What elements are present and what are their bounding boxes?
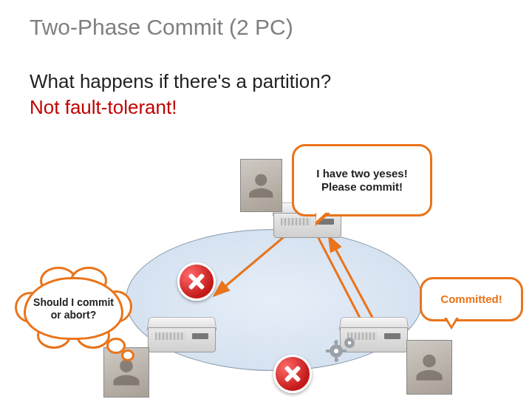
- slide-root: Two-Phase Commit (2 PC) What happens if …: [0, 0, 532, 399]
- slide-subtitle-2: Not fault-tolerant!: [30, 96, 177, 119]
- thought-bubble-abort: Should I commit or abort?: [24, 277, 123, 340]
- slide-title: Two-Phase Commit (2 PC): [30, 15, 293, 40]
- server-participant-left: [148, 321, 214, 366]
- partition-break-icon: [177, 262, 216, 301]
- speech-text: I have two yeses! Please commit!: [316, 167, 407, 193]
- svg-point-12: [348, 341, 352, 345]
- speech-bubble-committed: Committed!: [420, 277, 523, 321]
- thought-text: Should I commit or abort?: [24, 277, 123, 340]
- partition-break-icon: [273, 355, 312, 393]
- svg-rect-6: [326, 349, 330, 352]
- avatar: [240, 159, 282, 212]
- speech-bubble-coordinator: I have two yeses! Please commit!: [292, 144, 432, 216]
- speech-text: Committed!: [440, 293, 502, 305]
- gear-icon: [325, 332, 361, 365]
- svg-rect-7: [343, 349, 347, 352]
- svg-point-10: [334, 349, 338, 353]
- slide-subtitle-1: What happens if there's a partition?: [30, 70, 331, 93]
- avatar: [406, 340, 452, 395]
